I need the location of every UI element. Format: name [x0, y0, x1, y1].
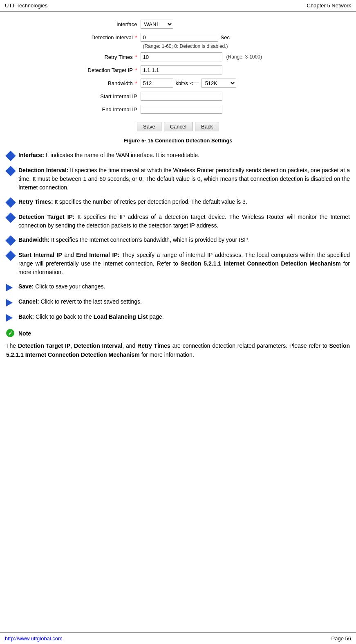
desc-text-interface: Interface: It indicates the name of the … — [18, 151, 350, 160]
diamond-icon-internal-ip — [6, 251, 15, 260]
required-star: * — [134, 34, 137, 41]
desc-item-bandwidth: Bandwidth: It specifies the Internet con… — [6, 236, 350, 245]
desc-item-internal-ip: Start Internal IP and End Internal IP: T… — [6, 251, 350, 277]
desc-text-internal-ip: Start Internal IP and End Internal IP: T… — [18, 251, 350, 277]
detection-target-label: Detection Target IP * — [64, 67, 137, 73]
desc-text-cancel: Cancel: Click to revert to the last save… — [18, 297, 350, 306]
diamond-icon-interface — [6, 151, 15, 160]
diamond-icon-bandwidth — [6, 236, 15, 245]
bandwidth-arrow: <== — [190, 80, 199, 86]
end-ip-label: End Internal IP — [64, 106, 137, 113]
bandwidth-label: Bandwidth * — [64, 80, 137, 86]
desc-item-retry-times: Retry Times: It specifies the number of … — [6, 198, 350, 207]
desc-item-detection-target: Detection Target IP: It specifies the IP… — [6, 213, 350, 230]
note-text: The Detection Target IP, Detection Inter… — [6, 341, 350, 360]
figure-caption: Figure 5- 15 Connection Detection Settin… — [6, 137, 350, 144]
desc-item-back: Back: Click to go back to the Load Balan… — [6, 313, 350, 322]
form-row-detection-target: Detection Target IP * — [64, 65, 293, 74]
desc-text-back: Back: Click to go back to the Load Balan… — [18, 313, 350, 321]
retry-times-label: Retry Times * — [64, 54, 137, 60]
page-number: Page 56 — [331, 635, 351, 642]
check-icon-note: ✓ — [6, 329, 15, 338]
desc-text-bandwidth: Bandwidth: It specifies the Internet con… — [18, 236, 350, 244]
diamond-icon-detection-interval — [6, 167, 15, 176]
detection-interval-hint: (Range: 1-60; 0: Detection is disabled.) — [143, 43, 228, 49]
page-footer: http://www.uttglobal.com Page 56 — [0, 633, 356, 644]
page-header: UTT Technologies Chapter 5 Network — [0, 0, 356, 11]
diamond-icon-retry-times — [6, 198, 15, 207]
form-row-retry-times: Retry Times * (Range: 3-1000) — [64, 52, 293, 61]
cancel-button[interactable]: Cancel — [164, 122, 193, 131]
note-section: ✓ Note The Detection Target IP, Detectio… — [6, 329, 350, 360]
note-label: Note — [18, 330, 31, 337]
start-ip-input[interactable] — [141, 92, 222, 101]
desc-item-cancel: Cancel: Click to revert to the last save… — [6, 297, 350, 307]
main-content: Interface WAN1 Detection Interval * Sec … — [0, 11, 356, 384]
save-button[interactable]: Save — [137, 122, 161, 131]
end-ip-input[interactable] — [141, 105, 222, 114]
desc-text-detection-interval: Detection Interval: It specifies the tim… — [18, 166, 350, 192]
desc-item-save: Save: Click to save your changes. — [6, 282, 350, 292]
form-row-interface: Interface WAN1 — [64, 20, 293, 29]
bandwidth-preset-select[interactable]: 512K 1M 2M 4M 8M 16M 32M — [202, 79, 236, 88]
bandwidth-unit: kbit/s — [176, 80, 188, 86]
start-ip-label: Start Internal IP — [64, 93, 137, 99]
header-left: UTT Technologies — [5, 2, 47, 9]
form-row-start-ip: Start Internal IP — [64, 92, 293, 101]
retry-times-input[interactable] — [141, 52, 222, 61]
detection-interval-input[interactable] — [141, 33, 218, 42]
desc-item-detection-interval: Detection Interval: It specifies the tim… — [6, 166, 350, 192]
form-row-bandwidth: Bandwidth * kbit/s <== 512K 1M 2M 4M 8M … — [64, 79, 293, 88]
form-row-detection-interval: Detection Interval * Sec — [64, 33, 293, 42]
detection-interval-unit: Sec — [221, 34, 230, 41]
interface-select[interactable]: WAN1 — [141, 20, 173, 29]
description-list: Interface: It indicates the name of the … — [6, 151, 350, 322]
bandwidth-input[interactable] — [141, 79, 173, 88]
desc-item-interface: Interface: It indicates the name of the … — [6, 151, 350, 160]
desc-text-detection-target: Detection Target IP: It specifies the IP… — [18, 213, 350, 230]
form-row-end-ip: End Internal IP — [64, 105, 293, 114]
diamond-icon-detection-target — [6, 213, 15, 222]
interface-label: Interface — [64, 21, 137, 27]
form-row-detection-hint: (Range: 1-60; 0: Detection is disabled.) — [64, 43, 293, 49]
form-container: Interface WAN1 Detection Interval * Sec … — [64, 20, 293, 131]
note-header: ✓ Note — [6, 329, 350, 338]
arrow-icon-save — [6, 283, 15, 292]
retry-times-hint: (Range: 3-1000) — [226, 54, 262, 60]
desc-text-save: Save: Click to save your changes. — [18, 282, 350, 291]
button-row: Save Cancel Back — [64, 122, 293, 131]
detection-target-input[interactable] — [141, 65, 222, 74]
arrow-icon-cancel — [6, 298, 15, 307]
desc-text-retry-times: Retry Times: It specifies the number of … — [18, 198, 350, 206]
footer-link[interactable]: http://www.uttglobal.com — [5, 635, 63, 642]
detection-interval-label: Detection Interval * — [64, 34, 137, 41]
header-right: Chapter 5 Network — [307, 2, 351, 9]
back-button[interactable]: Back — [195, 122, 219, 131]
arrow-icon-back — [6, 313, 15, 322]
